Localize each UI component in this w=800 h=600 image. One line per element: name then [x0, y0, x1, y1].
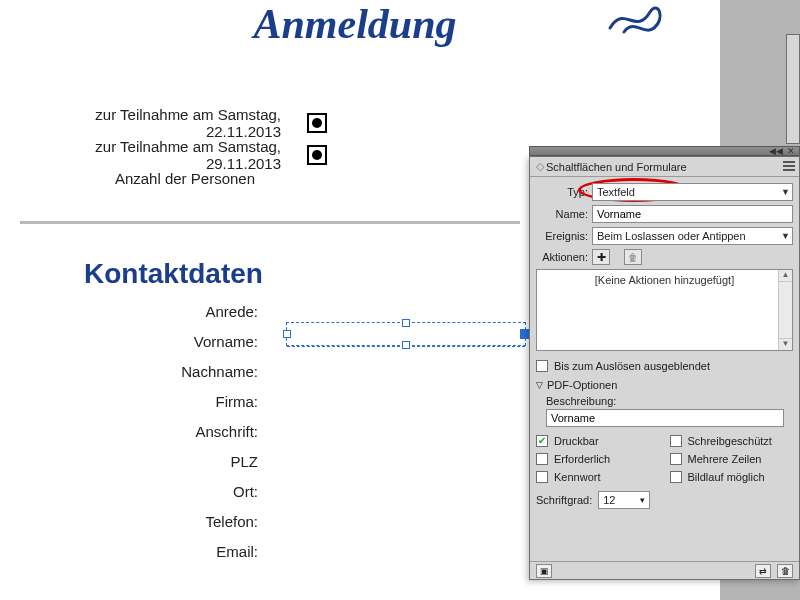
kennwort-checkbox[interactable]: [536, 471, 548, 483]
panel-grip-icon: ◇: [536, 160, 542, 173]
name-input[interactable]: [592, 205, 793, 223]
mehrere-zeilen-checkbox[interactable]: [670, 453, 682, 465]
trash-button[interactable]: 🗑: [777, 564, 793, 578]
close-icon[interactable]: ✕: [787, 146, 795, 156]
resize-handle-top[interactable]: [402, 319, 410, 327]
label-ort: Ort:: [0, 482, 258, 502]
bildlauf-label: Bildlauf möglich: [688, 471, 765, 483]
aktionen-label: Aktionen:: [536, 251, 588, 263]
druckbar-label: Druckbar: [554, 435, 599, 447]
schriftgrad-value: 12: [603, 494, 615, 506]
ereignis-select[interactable]: Beim Loslassen oder Antippen ▼: [592, 227, 793, 245]
label-anrede: Anrede:: [0, 302, 258, 322]
selected-text-field-frame[interactable]: [286, 322, 526, 346]
hidden-until-trigger-checkbox[interactable]: [536, 360, 548, 372]
label-vorname: Vorname:: [0, 332, 258, 352]
registration-row-1: zur Teilnahme am Samstag, 22.11.2013: [19, 106, 327, 140]
section-header-kontaktdaten: Kontaktdaten: [84, 258, 263, 290]
disclosure-triangle-icon: ▽: [536, 380, 543, 390]
label-nachname: Nachname:: [0, 362, 258, 382]
schreibgeschuetzt-label: Schreibgeschützt: [688, 435, 772, 447]
beschreibung-label: Beschreibung:: [536, 393, 793, 407]
registration-label-1: zur Teilnahme am Samstag, 22.11.2013: [19, 106, 281, 140]
convert-button[interactable]: ⇄: [755, 564, 771, 578]
schreibgeschuetzt-checkbox[interactable]: [670, 435, 682, 447]
pdf-options-title: PDF-Optionen: [547, 379, 617, 391]
erforderlich-label: Erforderlich: [554, 453, 610, 465]
ereignis-label: Ereignis:: [536, 230, 588, 242]
add-action-button[interactable]: ✚: [592, 249, 610, 265]
erforderlich-checkbox[interactable]: [536, 453, 548, 465]
label-plz: PLZ: [0, 452, 258, 472]
form-label-column: Anrede: Vorname: Nachname: Firma: Anschr…: [0, 302, 258, 562]
dropdown-arrow-icon: ▼: [781, 231, 790, 241]
persons-label: Anzahl der Personen: [19, 170, 255, 187]
label-anschrift: Anschrift:: [0, 422, 258, 442]
persons-row: Anzahl der Personen: [19, 170, 255, 187]
collapse-icon[interactable]: ◀◀: [769, 146, 783, 156]
actions-scrollbar[interactable]: ▲ ▼: [778, 270, 792, 350]
registration-label-2: zur Teilnahme am Samstag, 29.11.2013: [19, 138, 281, 172]
checkbox-sat-22[interactable]: [307, 113, 327, 133]
panel-footer: ▣ ⇄ 🗑: [530, 561, 799, 579]
registration-row-2: zur Teilnahme am Samstag, 29.11.2013: [19, 138, 327, 172]
kennwort-label: Kennwort: [554, 471, 600, 483]
page-title: Anmeldung: [0, 0, 710, 48]
panel-title: Schaltflächen und Formulare: [546, 161, 687, 173]
scroll-down-icon[interactable]: ▼: [779, 338, 792, 350]
panel-tab[interactable]: ◇ Schaltflächen und Formulare: [530, 157, 799, 177]
delete-action-button[interactable]: [624, 249, 642, 265]
preview-button[interactable]: ▣: [536, 564, 552, 578]
panel-window-controls: ◀◀ ✕: [529, 146, 800, 156]
druckbar-checkbox[interactable]: ✔: [536, 435, 548, 447]
ereignis-value: Beim Loslassen oder Antippen: [597, 230, 746, 242]
bildlauf-checkbox[interactable]: [670, 471, 682, 483]
pdf-options-header[interactable]: ▽ PDF-Optionen: [530, 375, 799, 393]
dropdown-arrow-icon: ▼: [781, 187, 790, 197]
typ-label: Typ:: [536, 186, 588, 198]
dropdown-arrow-icon: ▾: [640, 495, 645, 505]
scroll-up-icon[interactable]: ▲: [779, 270, 792, 282]
resize-handle-bottom[interactable]: [402, 341, 410, 349]
resize-handle-left[interactable]: [283, 330, 291, 338]
typ-value: Textfeld: [597, 186, 635, 198]
hidden-until-trigger-label: Bis zum Auslösen ausgeblendet: [554, 360, 710, 372]
label-email: Email:: [0, 542, 258, 562]
buttons-and-forms-panel: ◇ Schaltflächen und Formulare Typ: Textf…: [529, 156, 800, 580]
no-actions-text: [Keine Aktionen hinzugefügt]: [595, 274, 734, 286]
panel-menu-icon[interactable]: [782, 160, 796, 172]
checkbox-sat-29[interactable]: [307, 145, 327, 165]
collapsed-panel-stub[interactable]: [786, 34, 800, 144]
decorative-scribble: [606, 0, 670, 38]
schriftgrad-select[interactable]: 12 ▾: [598, 491, 650, 509]
mehrere-label: Mehrere Zeilen: [688, 453, 762, 465]
name-label: Name:: [536, 208, 588, 220]
typ-select[interactable]: Textfeld ▼: [592, 183, 793, 201]
actions-list[interactable]: [Keine Aktionen hinzugefügt] ▲ ▼: [536, 269, 793, 351]
label-telefon: Telefon:: [0, 512, 258, 532]
label-firma: Firma:: [0, 392, 258, 412]
schriftgrad-label: Schriftgrad:: [536, 494, 592, 506]
section-divider: [20, 221, 520, 224]
beschreibung-input[interactable]: [546, 409, 784, 427]
